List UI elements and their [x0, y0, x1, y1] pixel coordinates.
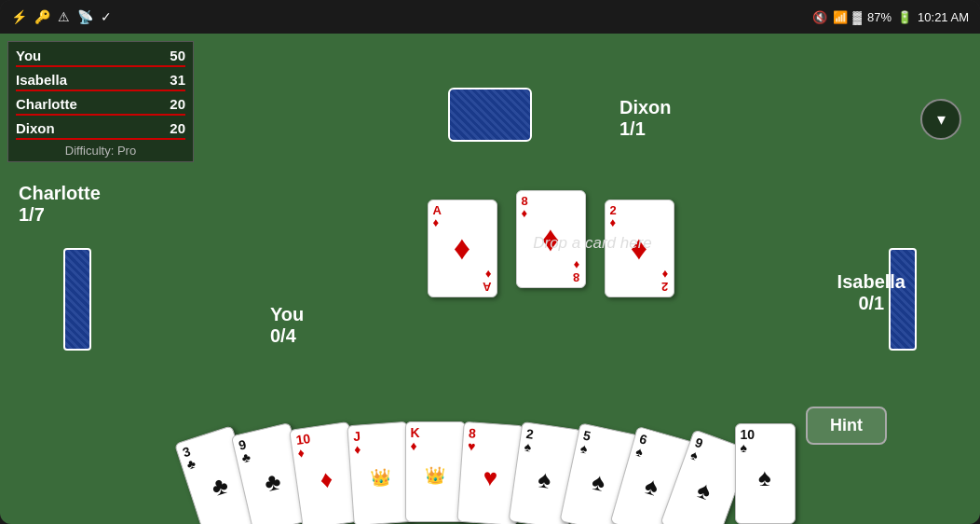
hc-suit-2s: ♠	[523, 440, 531, 454]
game-area: You 50 Isabella 31 Charlotte 20 Dixon 20…	[0, 34, 980, 524]
wifi-icon: 📶	[833, 10, 848, 24]
phone-frame: ⚡ 🔑 ⚠ 📡 ✓ 🔇 📶 ▓ 87% 🔋 10:21 AM You 50 Is…	[0, 0, 980, 524]
wifi-x-icon: 📡	[77, 9, 93, 24]
charlotte-name: Charlotte	[19, 183, 101, 204]
hc-suit-5s: ♠	[578, 441, 588, 455]
score-name-charlotte: Charlotte	[16, 96, 148, 112]
status-icons-left: ⚡ 🔑 ⚠ 📡 ✓	[11, 9, 112, 24]
two-corner-bottom: 2♦	[661, 269, 668, 293]
drop-area: Drop a card here	[401, 234, 784, 253]
hc-center-9c: ♣	[261, 466, 283, 498]
player-charlotte-info: Charlotte 1/7	[19, 183, 101, 226]
time-display: 10:21 AM	[918, 10, 969, 24]
dropdown-icon[interactable]: ▾	[920, 99, 961, 140]
hand-card-10s[interactable]: 10 ♠ ♠	[735, 423, 796, 524]
hc-suit-9s: ♠	[688, 448, 700, 462]
hc-suit-kd: ♦	[411, 439, 417, 452]
score-val-charlotte: 20	[148, 96, 185, 112]
dixon-name: Dixon	[619, 97, 672, 118]
hc-suit-8h: ♥	[467, 439, 475, 453]
eight-corner-top: 8♦	[522, 195, 528, 219]
key-icon: 🔑	[34, 9, 50, 24]
battery-icon: 🔋	[897, 10, 912, 24]
player-dixon-info: Dixon 1/1	[619, 97, 672, 140]
score-name-isabella: Isabella	[16, 72, 148, 88]
drop-area-text: Drop a card here	[533, 234, 652, 252]
hc-center-2s: ♠	[536, 464, 552, 495]
charlotte-tricks: 1/7	[19, 204, 101, 226]
score-row-charlotte: Charlotte 20	[16, 94, 185, 116]
score-row-you: You 50	[16, 46, 185, 67]
hc-suit-10s: ♠	[741, 441, 747, 454]
signal-icon: ▓	[853, 10, 862, 24]
left-deck	[63, 248, 91, 351]
status-right: 🔇 📶 ▓ 87% 🔋 10:21 AM	[812, 10, 969, 24]
check-icon: ✓	[101, 9, 112, 24]
alert-icon: ⚠	[58, 9, 70, 24]
dixon-tricks: 1/1	[619, 118, 672, 140]
hc-center-3c: ♣	[207, 470, 231, 503]
score-name-dixon: Dixon	[16, 120, 148, 136]
hand-card-jd[interactable]: J ♦ 👑	[347, 421, 414, 524]
score-row-isabella: Isabella 31	[16, 70, 185, 91]
score-val-you: 50	[148, 48, 185, 63]
player-hand: 3 ♣ ♣ 9 ♣ ♣ 10 ♦ ♦ J ♦ 👑	[0, 403, 980, 524]
you-name: You	[270, 304, 304, 325]
top-deck	[326, 88, 654, 142]
hc-center-9s: ♠	[693, 475, 715, 506]
battery-percent: 87%	[867, 10, 892, 24]
hc-suit-10d: ♦	[296, 446, 305, 460]
usb-icon: ⚡	[11, 9, 27, 24]
scoreboard: You 50 Isabella 31 Charlotte 20 Dixon 20…	[7, 41, 194, 162]
mute-icon: 🔇	[812, 10, 827, 24]
hc-suit-9c: ♣	[239, 450, 251, 465]
hc-center-10s: ♠	[758, 463, 771, 492]
difficulty-label: Difficulty: Pro	[16, 144, 185, 158]
isabella-tricks: 0/1	[837, 293, 905, 314]
score-val-isabella: 31	[148, 72, 185, 88]
isabella-name: Isabella	[837, 271, 905, 293]
status-bar: ⚡ 🔑 ⚠ 📡 ✓ 🔇 📶 ▓ 87% 🔋 10:21 AM	[0, 0, 980, 34]
hc-center-kd: 👑	[425, 465, 445, 486]
ace-corner-bottom: A♦	[483, 269, 491, 293]
hc-center-8h: ♥	[482, 462, 498, 492]
hc-center-5s: ♠	[589, 466, 607, 497]
player-you-info: You 0/4	[270, 304, 304, 347]
score-val-dixon: 20	[148, 120, 185, 136]
deck-back-card[interactable]	[448, 88, 532, 142]
you-tricks: 0/4	[270, 325, 304, 347]
hc-center-jd: 👑	[370, 466, 391, 488]
hc-center-10d: ♦	[318, 464, 333, 495]
ace-corner-top: A♦	[433, 204, 442, 228]
player-isabella-info: Isabella 0/1	[837, 271, 905, 314]
two-corner-top: 2♦	[610, 204, 617, 228]
hc-suit-6s: ♠	[634, 445, 645, 460]
hc-rank-10s: 10	[741, 428, 755, 441]
hc-rank-kd: K	[411, 426, 420, 439]
hc-suit-jd: ♦	[353, 442, 361, 455]
eight-corner-bottom: 8♦	[573, 259, 579, 283]
hc-center-6s: ♠	[641, 471, 661, 503]
hc-suit-3c: ♣	[184, 457, 197, 472]
hand-card-kd[interactable]: K ♦ 👑	[405, 421, 466, 522]
score-name-you: You	[16, 48, 148, 63]
score-row-dixon: Dixon 20	[16, 118, 185, 140]
